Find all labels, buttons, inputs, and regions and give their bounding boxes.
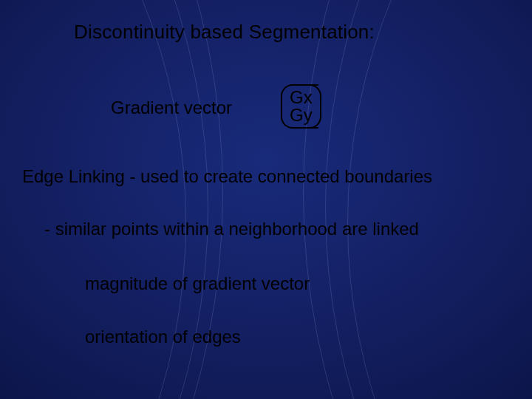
matrix-row-gy: Gy <box>290 106 313 124</box>
slide: Discontinuity based Segmentation: Gradie… <box>0 0 532 399</box>
decorative-arc <box>303 0 532 399</box>
gradient-vector-label: Gradient vector <box>111 98 232 118</box>
matrix-bracket: Gx Gy <box>281 84 318 129</box>
orientation-text: orientation of edges <box>85 327 241 347</box>
slide-title: Discontinuity based Segmentation: <box>74 21 375 44</box>
matrix-row-gx: Gx <box>290 89 313 106</box>
similar-points-text: - similar points within a neighborhood a… <box>44 219 419 239</box>
decorative-arc <box>325 0 532 399</box>
decorative-arc <box>347 0 532 399</box>
gradient-vector-matrix: Gx Gy <box>281 84 318 129</box>
magnitude-text: magnitude of gradient vector <box>85 273 310 294</box>
edge-linking-text: Edge Linking - used to create connected … <box>22 166 432 187</box>
